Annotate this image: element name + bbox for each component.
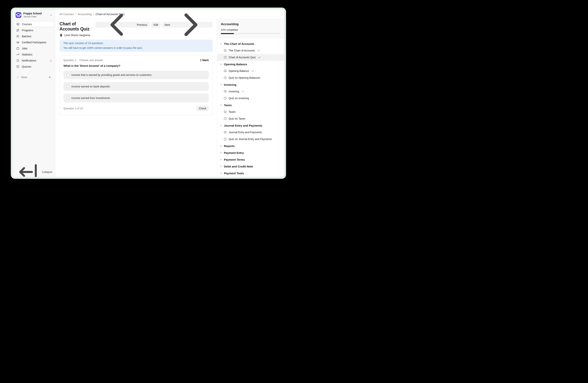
chevron-down-icon [50, 14, 52, 17]
sidebar-item[interactable]: Courses [14, 21, 54, 27]
chevron-right-icon [220, 152, 222, 154]
previous-button[interactable]: Previous [95, 22, 150, 28]
question-marks: 1 Mark [200, 59, 209, 62]
sidebar-nav: Courses Programs Batches Certified Parti… [13, 20, 55, 70]
chevron-right-icon [220, 145, 222, 147]
trending-up-icon [16, 53, 19, 56]
avatar [60, 34, 63, 37]
outline-item-label: Quiz on Invoicing [229, 97, 249, 100]
notice-line: You will have to get 100% correct answer… [63, 46, 209, 50]
outline-section-header[interactable]: Opening Balance [217, 61, 284, 68]
options-list: Income that is earned by providing goods… [63, 71, 209, 102]
page-title: Chart of Accounts Quiz [60, 21, 95, 32]
check-label: Check [199, 107, 206, 110]
outline-item[interactable]: Chart of Accounts Quiz [217, 54, 284, 61]
outline-section-header[interactable]: Journal Entry and Payments [217, 122, 284, 129]
outline-section-label: The Chart of Accounts [224, 42, 254, 45]
sidebar-item[interactable]: Jobs [14, 46, 54, 51]
outline-section-header[interactable]: Invoicing [217, 81, 284, 88]
sidebar-item[interactable]: Quizzes [14, 64, 54, 69]
answer-option[interactable]: Income earned from investments [63, 94, 209, 102]
progress-fill [221, 33, 234, 34]
page-actions: Previous Edit Next [95, 22, 213, 28]
plus-icon[interactable] [48, 76, 51, 79]
frappe-school-logo [16, 12, 21, 18]
outline-item[interactable]: Opening Balance [217, 68, 284, 74]
outline-section-label: Payment Tools [224, 172, 244, 175]
sidebar-item-label: Programs [22, 29, 52, 32]
outline-item[interactable]: Quiz on Journal Entry and Payments [217, 136, 284, 142]
question-card: Question 1: Choose one answer 1 Mark Wha… [60, 55, 213, 115]
sidebar-item[interactable]: Certified Participants [14, 40, 54, 45]
outline-section-header[interactable]: Taxes [217, 102, 284, 108]
next-label: Next [165, 23, 170, 26]
monitor-play-icon [224, 110, 227, 113]
route-icon [16, 29, 19, 32]
course-title: Accounting [221, 22, 280, 26]
outline-list: The Chart of Accounts The Chart of Accou… [217, 38, 284, 177]
bell-icon [16, 59, 19, 62]
chevron-left-icon [98, 9, 135, 43]
outline-section-header[interactable]: Payment Tools [217, 170, 284, 176]
outline-item-label: Quiz on Journal Entry and Payments [229, 137, 272, 141]
more-label: More [21, 76, 46, 79]
outline-item[interactable]: Taxes [217, 108, 284, 115]
help-circle-icon [224, 56, 227, 59]
chevron-down-icon [220, 83, 222, 86]
sidebar-item[interactable]: Notifications 1 [14, 58, 54, 63]
question-text: What is the 'Direct Income' of a company… [63, 64, 209, 67]
radio-button[interactable] [67, 97, 69, 99]
outline-item[interactable]: Quiz on Invoicing [217, 95, 284, 102]
outline-section-header[interactable]: Payment Entry [217, 149, 284, 156]
monitor-play-icon [224, 69, 227, 73]
breadcrumb-item[interactable]: Accounting [78, 13, 92, 16]
answer-option[interactable]: Income that is earned by providing goods… [63, 71, 209, 79]
sidebar-item[interactable]: Batches [14, 34, 54, 39]
outline-item-label: Journal Entry and Payments [229, 131, 262, 134]
topbar: All Courses/Accounting/Chart of Accounts… [55, 9, 284, 19]
left-sidebar: Frappe School Jannat Patel Courses Progr… [13, 9, 55, 177]
collapse-sidebar-button[interactable]: Collapse [13, 168, 55, 176]
sidebar-item[interactable]: Programs [14, 28, 54, 33]
breadcrumb-item[interactable]: All Courses [59, 13, 74, 16]
radio-button[interactable] [67, 74, 69, 77]
outline-item-label: Taxes [229, 110, 236, 113]
sidebar-more-wrap: More [13, 70, 55, 80]
chevron-right-icon [220, 158, 222, 161]
outline-item[interactable]: Journal Entry and Payments [217, 129, 284, 136]
radio-button[interactable] [67, 85, 69, 88]
workspace-switcher[interactable]: Frappe School Jannat Patel [13, 9, 55, 20]
help-circle-icon [16, 65, 19, 68]
book-open-icon [17, 23, 20, 26]
monitor-play-icon [224, 90, 227, 93]
briefcase-icon [16, 47, 19, 50]
sidebar-item[interactable]: Statistics [14, 52, 54, 57]
outline-item[interactable]: Quiz on Taxes [217, 115, 284, 122]
outline-section-header[interactable]: The Chart of Accounts [217, 40, 284, 47]
outline-section-label: Payment Entry [224, 151, 244, 154]
outline-section-header[interactable]: Payment Terms [217, 156, 284, 163]
answer-option-label: Income earned on bank deposits [71, 85, 110, 88]
outline-item-label: Opening Balance [229, 69, 249, 73]
outline-item[interactable]: The Chart of Accounts [217, 47, 284, 54]
outline-section-label: Invoicing [224, 83, 236, 86]
outline-section-header[interactable]: Reports [217, 142, 284, 149]
sidebar-item-label: Batches [22, 35, 52, 38]
check-icon [257, 49, 260, 52]
answer-option-label: Income that is earned by providing goods… [71, 74, 152, 77]
answer-option[interactable]: Income earned on bank deposits [63, 82, 209, 91]
edit-button[interactable]: Edit [151, 22, 161, 28]
outline-item[interactable]: Quiz on Opening Balances [217, 74, 284, 81]
edit-label: Edit [154, 23, 158, 26]
check-button[interactable]: Check [196, 106, 209, 111]
outline-item-label: Quiz on Opening Balances [229, 76, 260, 79]
next-button[interactable]: Next [162, 22, 213, 28]
question-instruction: Choose one answer [80, 59, 103, 62]
outline-section-label: Payment Terms [224, 158, 245, 161]
outline-item-label: Invoicing [229, 90, 239, 93]
breadcrumb-separator: / [93, 13, 94, 16]
sidebar-more[interactable]: More [14, 75, 54, 80]
graduation-cap-icon [16, 41, 19, 44]
outline-item[interactable]: Invoicing [217, 88, 284, 95]
outline-section-header[interactable]: Debit and Credit Note [217, 163, 284, 170]
